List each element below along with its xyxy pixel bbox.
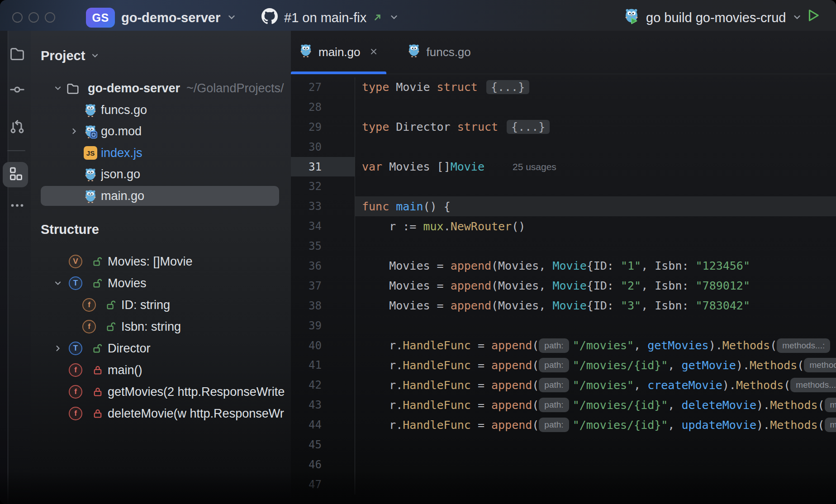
code-token: type: [362, 120, 396, 133]
code-token: struct: [457, 120, 505, 133]
code-token: append: [491, 379, 532, 392]
line-number[interactable]: 45: [291, 435, 355, 455]
line-number[interactable]: 39: [291, 316, 355, 336]
code-token: Methods: [722, 339, 770, 352]
folder-icon: [9, 45, 25, 63]
window-zoom-button[interactable]: [45, 12, 55, 23]
line-number[interactable]: 47: [291, 475, 355, 494]
go-file-icon: [299, 43, 313, 61]
code-line-27: 27type Movie struct {...}: [291, 77, 836, 97]
line-number[interactable]: 35: [291, 236, 355, 256]
symbol-kind-badge: T: [69, 276, 82, 290]
line-number[interactable]: 43: [291, 395, 355, 415]
window-close-button[interactable]: [12, 12, 23, 23]
lock-open-icon: [92, 256, 103, 269]
chevron-right-icon[interactable]: [53, 344, 62, 355]
folded-region[interactable]: {...}: [486, 80, 529, 94]
code-token: HandleFunc: [403, 339, 471, 352]
code-token: Movies =: [362, 259, 451, 272]
symbol-kind-badge: f: [69, 407, 82, 420]
code-token: HandleFunc: [403, 418, 471, 432]
tree-item-json.go[interactable]: json.go: [31, 164, 291, 184]
code-token: Methods: [750, 359, 797, 372]
structure-panel-title: Structure: [41, 222, 99, 237]
commit-tool-button[interactable]: [5, 81, 30, 100]
structure-panel-header[interactable]: Structure: [41, 219, 99, 239]
code-token: (: [532, 399, 539, 412]
tree-item-label: json.go: [101, 167, 140, 181]
project-tool-button[interactable]: [5, 44, 30, 64]
structure-item-ID-string[interactable]: fID: string: [31, 295, 291, 315]
tree-item-funcs.go[interactable]: funcs.go: [31, 100, 291, 120]
chevron-down-icon: [792, 10, 802, 25]
line-number[interactable]: 37: [291, 276, 355, 296]
code-token: Methods: [770, 418, 817, 432]
code-line-38: 38 Movies = append(Movies, Movie{ID: "3"…: [291, 296, 836, 316]
run-configuration-widget[interactable]: go build go-movies-crud: [623, 0, 802, 31]
line-number[interactable]: 28: [291, 97, 355, 117]
tree-item-go.mod[interactable]: go.mod: [31, 121, 291, 141]
tree-item-go-demo-server[interactable]: go-demo-server~/GolandProjects/: [31, 78, 291, 98]
line-number[interactable]: 44: [291, 415, 355, 435]
line-number[interactable]: 42: [291, 375, 355, 395]
code-token: (Movies,: [491, 299, 552, 312]
tree-item-main.go[interactable]: main.go: [31, 186, 291, 206]
line-number[interactable]: 31: [291, 157, 355, 177]
parameter-hint-inlay: methods...:: [804, 358, 836, 372]
structure-item-Movies-Movie[interactable]: VMovies: []Movie: [31, 252, 291, 271]
pull-requests-tool-button[interactable]: [5, 118, 30, 138]
tool-rail: [0, 31, 31, 504]
chevron-down-icon[interactable]: [53, 279, 62, 290]
editor-tab-main.go[interactable]: main.go: [291, 31, 386, 74]
folded-region[interactable]: {...}: [507, 120, 550, 134]
close-icon[interactable]: [369, 45, 378, 59]
chevron-right-icon[interactable]: [70, 127, 79, 138]
line-number[interactable]: 32: [291, 176, 355, 196]
more-tools-button[interactable]: [5, 196, 30, 216]
parameter-hint-inlay: path:: [539, 338, 569, 353]
structure-item-main-[interactable]: fmain(): [31, 360, 291, 380]
ide-window: GS go-demo-server #1 on main-fix go buil…: [0, 0, 836, 504]
lock-open-icon: [92, 278, 103, 290]
code-token: () {: [423, 200, 450, 213]
tree-item-index.js[interactable]: JSindex.js: [31, 143, 291, 163]
code-token: r :=: [362, 220, 423, 233]
structure-item-deleteMovie-w-http-ResponseWr[interactable]: fdeleteMovie(w http.ResponseWr: [31, 404, 291, 423]
line-number[interactable]: 27: [291, 77, 355, 97]
structure-item-getMovies-2-http-ResponseWrite[interactable]: fgetMovies(2 http.ResponseWrite: [31, 382, 291, 402]
code-token: "789012": [696, 279, 750, 292]
project-widget[interactable]: GS go-demo-server: [86, 0, 237, 31]
code-line-39: 39: [291, 316, 836, 336]
project-panel-header[interactable]: Project: [41, 46, 100, 66]
code-token: .: [444, 220, 451, 233]
line-number[interactable]: 36: [291, 256, 355, 276]
line-number[interactable]: 41: [291, 355, 355, 375]
line-number[interactable]: 30: [291, 137, 355, 157]
code-token: ).: [736, 359, 750, 372]
code-token: HandleFunc: [403, 359, 471, 372]
structure-item-Movies[interactable]: TMovies: [31, 273, 291, 293]
code-token: append: [451, 299, 491, 312]
structure-item-label: main(): [108, 363, 142, 377]
editor-tab-funcs.go[interactable]: funcs.go: [399, 31, 479, 74]
usages-hint[interactable]: 25 usages: [513, 162, 556, 172]
structure-item-Isbn-string[interactable]: fIsbn: string: [31, 317, 291, 337]
vcs-widget[interactable]: #1 on main-fix: [261, 0, 399, 31]
line-number[interactable]: 38: [291, 296, 355, 316]
line-number[interactable]: 34: [291, 216, 355, 236]
structure-tool-button[interactable]: [3, 162, 28, 187]
structure-item-Director[interactable]: TDirector: [31, 338, 291, 358]
titlebar: GS go-demo-server #1 on main-fix go buil…: [0, 0, 836, 31]
run-button[interactable]: [803, 7, 823, 25]
line-number[interactable]: 40: [291, 336, 355, 356]
line-number[interactable]: 29: [291, 117, 355, 137]
chevron-down-icon[interactable]: [53, 84, 62, 95]
line-number[interactable]: 46: [291, 455, 355, 475]
line-number[interactable]: 33: [291, 196, 355, 216]
js-file-icon: JS: [84, 146, 97, 160]
code-token: ,: [668, 359, 681, 372]
code-token: Movies []: [389, 160, 450, 173]
parameter-hint-inlay: methods...:: [790, 378, 836, 392]
code-token: ,: [634, 339, 647, 352]
window-minimize-button[interactable]: [28, 12, 39, 23]
